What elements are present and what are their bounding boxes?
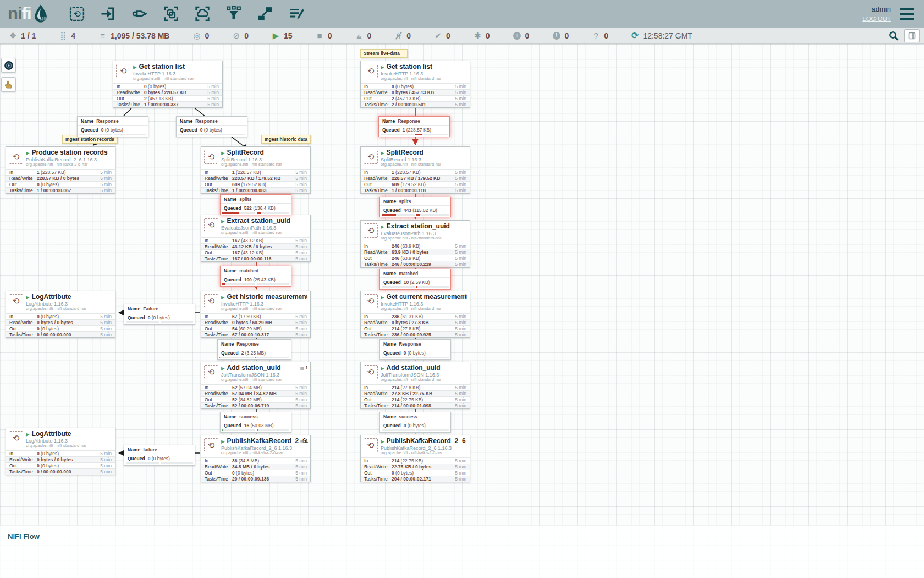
processor-node[interactable]: ⟲▶Extract station_uuidEvaluateJsonPath 1… (201, 215, 311, 262)
processor-header: ⟲▶SplitRecordSplitRecord 1.16.3org.apach… (201, 147, 310, 169)
processor-node[interactable]: ⟲▶Get station listInvokeHTTP 1.16.3org.a… (360, 61, 470, 108)
processor-node[interactable]: ⟲▶Get current measurementInvokeHTTP 1.16… (360, 291, 470, 338)
stat-row: Out2 (457.13 KB)5 min (113, 95, 222, 101)
processor-header: ⟲▶Get historic measurementsInvokeHTTP 1.… (201, 291, 310, 313)
template-icon[interactable] (256, 4, 274, 23)
stat-window: 5 min (295, 403, 307, 408)
processor-icon: ⟲ (9, 431, 23, 445)
stat-window: 5 min (295, 476, 307, 482)
run-status-running-icon: ▶ (133, 65, 137, 70)
stat-row: Read/Write228.57 KB / 0 bytes5 min (6, 175, 115, 181)
label-icon[interactable] (287, 4, 306, 23)
remote-process-group-icon[interactable] (193, 4, 212, 23)
locally-modified-stale-icon: ! (552, 32, 560, 40)
stat-value: 57.04 MB / 84.82 MB (232, 391, 295, 396)
processor-node[interactable]: ⟲▶Add station_uuidJoltTransformJSON 1.16… (201, 362, 311, 409)
canvas-label[interactable]: Stream live-data (360, 49, 408, 58)
processor-node[interactable]: ⟲▶SplitRecordSplitRecord 1.16.3org.apach… (201, 146, 311, 194)
connection-label[interactable]: NamesplitsQueued443 (115.62 KB) (380, 197, 451, 217)
connection-label[interactable]: NameResponseQueued2 (3.25 MB) (217, 339, 292, 360)
connection-label[interactable]: NameResponseQueued0 (0 bytes) (176, 116, 248, 137)
operate-palette-button[interactable] (1, 77, 16, 92)
processor-icon: ⟲ (204, 438, 218, 452)
logout-link[interactable]: LOG OUT (862, 14, 891, 24)
stat-row: Out0 (0 bytes)5 min (6, 181, 115, 187)
stat-label: Read/Write (205, 464, 232, 470)
processor-icon: ⟲ (364, 150, 378, 164)
last-refresh-time: 12:58:27 GMT (643, 31, 692, 40)
status-invalid-count: 0 (367, 31, 371, 40)
navigate-palette-button[interactable] (1, 58, 16, 73)
processor-node[interactable]: ⟲▶SplitRecordSplitRecord 1.16.3org.apach… (360, 146, 470, 194)
breadcrumb[interactable]: NiFi Flow (8, 532, 40, 541)
stat-label: Out (205, 397, 232, 402)
output-port-icon[interactable] (130, 4, 149, 23)
connection-label[interactable]: NamefailureQueued0 (0 bytes) (124, 445, 195, 466)
stat-row: Out2 (457.13 KB)5 min (361, 95, 470, 101)
stat-value: 2 / 00:00:00.501 (392, 102, 455, 107)
search-icon[interactable] (889, 31, 899, 41)
stat-row: Out214 (27.8 KB)5 min (361, 325, 470, 331)
processor-icon[interactable]: ⟲ (68, 4, 86, 23)
stat-window: 5 min (100, 182, 112, 187)
connection-label[interactable]: NamesuccessQueued16 (50.03 MB) (220, 412, 292, 433)
processor-node[interactable]: ⟲▶LogAttributeLogAttribute 1.16.3org.apa… (6, 428, 116, 475)
refresh-icon[interactable]: ⟳ (631, 30, 639, 41)
status-cluster: ❖1 / 1 (9, 31, 36, 40)
stat-window: 5 min (295, 256, 307, 261)
connection-queued-label: Queued (81, 127, 98, 133)
queue-percent-bars (221, 283, 291, 286)
stat-value: 34.8 MB / 0 bytes (232, 464, 295, 470)
global-menu-button[interactable] (900, 8, 914, 20)
process-group-icon[interactable] (162, 4, 180, 23)
stat-label: Read/Write (9, 176, 37, 181)
sidebar-toggle-button[interactable] (904, 29, 920, 42)
run-status-running-icon: ▶ (221, 439, 225, 445)
stat-label: Read/Write (364, 90, 392, 95)
connection-label[interactable]: NameFailureQueued0 (0 bytes) (124, 304, 195, 325)
processor-node[interactable]: ⟲▶Add station_uuidJoltTransformJSON 1.16… (360, 362, 470, 409)
connection-label[interactable]: NamesuccessQueued0 (0 bytes) (380, 412, 451, 433)
processor-node[interactable]: ⟲▶Extract station_uuidEvaluateJsonPath 1… (360, 220, 470, 268)
stat-value: 236 (61.31 KB) (392, 314, 455, 319)
processor-node[interactable]: ⟲▶Get station listInvokeHTTP 1.16.3org.a… (113, 61, 223, 108)
processor-bundle: org.apache.nifi - nifi-standard-nar (381, 307, 467, 312)
connection-label[interactable]: NamematchedQueued10 (2.59 KB) (380, 269, 451, 290)
connection-label[interactable]: NameResponseQueued1 (228.57 KB) (378, 116, 450, 137)
connection-label[interactable]: NameResponseQueued0 (0 bytes) (380, 339, 451, 360)
connection-queued-value: 2 (3.25 MB) (241, 350, 266, 356)
processor-node[interactable]: ⟲▶Get historic measurementsInvokeHTTP 1.… (201, 291, 311, 338)
input-port-icon[interactable] (99, 4, 118, 23)
processor-node[interactable]: ⟲▶PublishKafkaRecord_2_6PublishKafkaReco… (360, 435, 470, 482)
stat-value: 0 (0 bytes) (392, 84, 455, 89)
connection-name-value: Response (195, 118, 218, 124)
processor-node[interactable]: ⟲▶PublishKafkaRecord_2_6PublishKafkaReco… (201, 435, 311, 482)
stat-window: 5 min (455, 403, 466, 408)
processor-bundle: org.apache.nifi - nifi-standard-nar (381, 77, 441, 81)
stat-label: Out (205, 182, 232, 187)
threads-badge-icon: ▦ (300, 439, 305, 444)
canvas-label[interactable]: Ingest historic data (261, 135, 311, 144)
processor-bundle: org.apache.nifi - nifi-standard-nar (26, 307, 86, 312)
processor-bundle: org.apache.nifi - nifi-standard-nar (381, 378, 441, 383)
stat-value: 2 (457.13 KB) (392, 96, 455, 101)
processor-node[interactable]: ⟲▶LogAttributeLogAttribute 1.16.3org.apa… (6, 291, 116, 338)
flow-canvas[interactable]: ⟲▶Get station listInvokeHTTP 1.16.3org.a… (0, 44, 924, 578)
stat-label: In (9, 314, 37, 319)
threads-badge-icon: ▦ (300, 295, 305, 299)
stat-window: 5 min (100, 176, 112, 181)
funnel-icon[interactable] (224, 4, 243, 23)
stat-value: 228.57 KB / 179.52 KB (232, 176, 295, 181)
connection-name-value: Response (399, 341, 421, 347)
connection-label[interactable]: NamematchedQueued100 (25.43 KB) (220, 266, 292, 287)
stat-label: Out (205, 470, 232, 476)
processor-node[interactable]: ⟲▶Produce station recordsPublishKafkaRec… (6, 146, 116, 194)
connection-label[interactable]: NameResponseQueued0 (0 bytes) (77, 116, 148, 137)
stat-window: 5 min (455, 84, 466, 89)
logo-text-fi: fi (22, 4, 31, 24)
connection-label[interactable]: NamesplitsQueued522 (136.4 KB) (220, 194, 292, 215)
run-status-running-icon: ▶ (221, 219, 225, 225)
processor-name: Get station list (387, 63, 432, 71)
connection-queued-value: 0 (0 bytes) (148, 456, 170, 461)
stat-label: In (205, 238, 232, 243)
